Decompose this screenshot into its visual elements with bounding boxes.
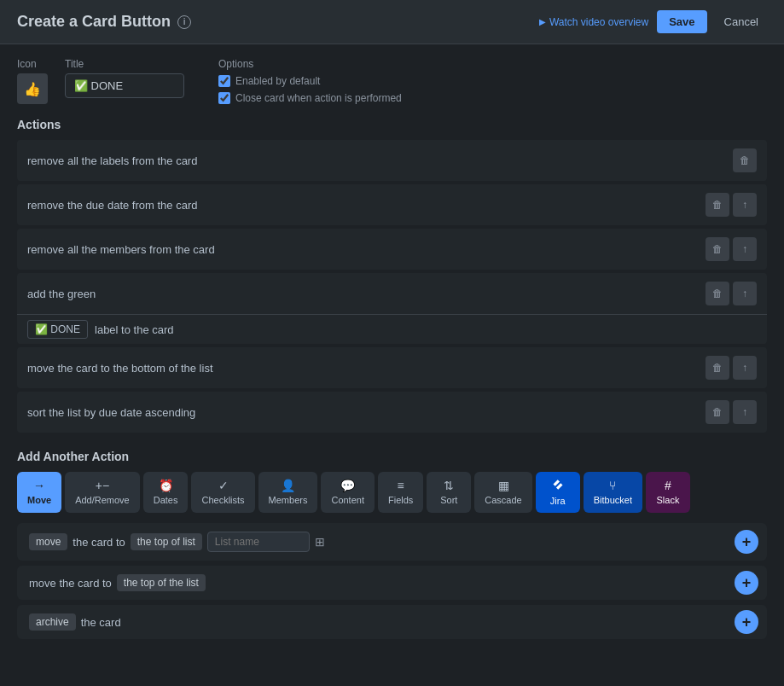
action-row: remove all the labels from the card 🗑 xyxy=(17,140,767,181)
action-row-text: add the green xyxy=(27,288,699,300)
tab-jira-label: Jira xyxy=(550,496,566,506)
close-card-label: Close card when action is performed xyxy=(235,92,402,104)
jira-icon xyxy=(552,479,564,493)
members-icon: 👤 xyxy=(281,479,295,492)
icon-title-row: Icon 👍 Title ✅ DONE Options Enabled by d… xyxy=(17,58,767,104)
action-row: add the green 🗑 ↑ xyxy=(17,273,767,314)
delete-action-button[interactable]: 🗑 xyxy=(733,148,757,172)
delete-action-button[interactable]: 🗑 xyxy=(706,237,729,261)
move-up-action-button[interactable]: ↑ xyxy=(733,237,757,261)
tab-jira[interactable]: Jira xyxy=(536,472,580,513)
actions-label: Actions xyxy=(17,118,767,131)
close-card-checkbox[interactable] xyxy=(218,92,230,104)
tab-cascade[interactable]: ▦ Cascade xyxy=(474,472,531,513)
tab-add-remove[interactable]: +− Add/Remove xyxy=(65,472,140,513)
tab-slack-label: Slack xyxy=(657,495,680,505)
move-up-action-button[interactable]: ↑ xyxy=(733,400,757,424)
delete-action-button[interactable]: 🗑 xyxy=(706,400,729,424)
action-row-text: sort the list by due date ascending xyxy=(27,406,699,419)
delete-action-button[interactable]: 🗑 xyxy=(706,193,729,217)
action-group: add the green 🗑 ↑ ✅ DONE label to the ca… xyxy=(17,273,767,344)
header-actions: Watch video overview Save Cancel xyxy=(539,10,767,33)
icon-emoji: 👍 xyxy=(24,81,41,97)
close-card-row[interactable]: Close card when action is performed xyxy=(218,92,402,104)
header: Create a Card Button i Watch video overv… xyxy=(0,0,784,44)
suggestion-row: move the card to the top of the list + xyxy=(17,566,767,600)
sort-icon: ⇅ xyxy=(444,479,454,492)
enabled-by-default-row[interactable]: Enabled by default xyxy=(218,75,402,87)
tab-dates-label: Dates xyxy=(154,495,178,505)
tab-slack[interactable]: # Slack xyxy=(646,472,690,513)
slack-icon: # xyxy=(665,479,671,492)
tab-bitbucket[interactable]: ⑂ Bitbucket xyxy=(584,472,642,513)
tab-cascade-label: Cascade xyxy=(485,495,521,505)
list-name-input[interactable] xyxy=(207,532,310,552)
tab-bitbucket-label: Bitbucket xyxy=(594,495,632,505)
action-buttons: 🗑 ↑ xyxy=(706,356,757,380)
save-button[interactable]: Save xyxy=(657,10,706,33)
bitbucket-icon: ⑂ xyxy=(609,479,616,492)
enabled-by-default-label: Enabled by default xyxy=(235,75,320,87)
delete-action-button[interactable]: 🗑 xyxy=(706,282,729,305)
tab-members[interactable]: 👤 Members xyxy=(258,472,318,513)
content-icon: 💬 xyxy=(340,479,355,492)
action-row-text: move the card to the bottom of the list xyxy=(27,362,699,375)
fields-icon: ≡ xyxy=(398,479,404,492)
tab-add-remove-label: Add/Remove xyxy=(75,495,130,505)
suggestion-pill: the top of the list xyxy=(117,574,206,591)
icon-section: Icon 👍 xyxy=(17,58,48,104)
move-up-action-button[interactable]: ↑ xyxy=(733,282,757,305)
suggestion-text: the card xyxy=(81,616,121,629)
action-row-text: remove all the labels from the card xyxy=(27,154,726,167)
title-section: Title ✅ DONE xyxy=(65,58,184,98)
page-title: Create a Card Button i xyxy=(17,13,539,31)
add-suggestion-button[interactable]: + xyxy=(735,610,758,634)
tab-sort[interactable]: ⇅ Sort xyxy=(427,472,471,513)
tab-checklists-label: Checklists xyxy=(201,495,244,505)
actions-section: Actions remove all the labels from the c… xyxy=(17,118,767,433)
cascade-icon: ▦ xyxy=(498,479,509,492)
add-suggestion-button[interactable]: + xyxy=(735,530,758,554)
tab-fields[interactable]: ≡ Fields xyxy=(378,472,423,513)
action-row-text: remove all the members from the card xyxy=(27,243,699,256)
suggestion-row: move the card to the top of list ⊞ + xyxy=(17,523,767,561)
title-label: Title xyxy=(65,58,184,70)
suggestion-pill: the top of list xyxy=(131,533,202,550)
action-buttons: 🗑 ↑ xyxy=(706,193,757,217)
sub-label-text: label to the card xyxy=(95,323,174,336)
add-suggestion-button[interactable]: + xyxy=(735,571,758,595)
add-another-title: Add Another Action xyxy=(17,450,767,463)
tab-content[interactable]: 💬 Content xyxy=(321,472,375,513)
icon-box[interactable]: 👍 xyxy=(17,73,48,104)
action-row: remove all the members from the card 🗑 ↑ xyxy=(17,229,767,270)
cancel-button[interactable]: Cancel xyxy=(716,10,767,33)
title-input-display[interactable]: ✅ DONE xyxy=(65,73,184,98)
add-remove-icon: +− xyxy=(96,479,109,492)
dates-icon: ⏰ xyxy=(159,479,173,492)
action-row: sort the list by due date ascending 🗑 ↑ xyxy=(17,392,767,433)
tab-move-label: Move xyxy=(27,495,51,505)
add-another-section: Add Another Action → Move +− Add/Remove … xyxy=(17,450,767,639)
done-label: ✅ DONE xyxy=(27,320,88,339)
move-up-action-button[interactable]: ↑ xyxy=(733,193,757,217)
tab-dates[interactable]: ⏰ Dates xyxy=(143,472,189,513)
action-row: remove the due date from the card 🗑 ↑ xyxy=(17,184,767,225)
suggestion-text: move the card to xyxy=(29,577,112,590)
suggestion-row: archive the card + xyxy=(17,605,767,639)
tab-move[interactable]: → Move xyxy=(17,472,61,513)
grid-icon: ⊞ xyxy=(315,535,325,549)
action-buttons: 🗑 ↑ xyxy=(706,237,757,261)
suggestion-pill: archive xyxy=(29,613,76,631)
delete-action-button[interactable]: 🗑 xyxy=(706,356,729,380)
tab-fields-label: Fields xyxy=(388,495,413,505)
action-buttons: 🗑 ↑ xyxy=(706,282,757,305)
enabled-by-default-checkbox[interactable] xyxy=(218,75,230,87)
action-sub-row: ✅ DONE label to the card xyxy=(17,314,767,344)
title-text: Create a Card Button xyxy=(17,13,171,31)
info-icon[interactable]: i xyxy=(177,15,191,29)
move-up-action-button[interactable]: ↑ xyxy=(733,356,757,380)
icon-label: Icon xyxy=(17,58,48,70)
watch-video-link[interactable]: Watch video overview xyxy=(539,16,648,28)
tab-checklists[interactable]: ✓ Checklists xyxy=(191,472,254,513)
suggestion-pill: move xyxy=(29,533,67,550)
